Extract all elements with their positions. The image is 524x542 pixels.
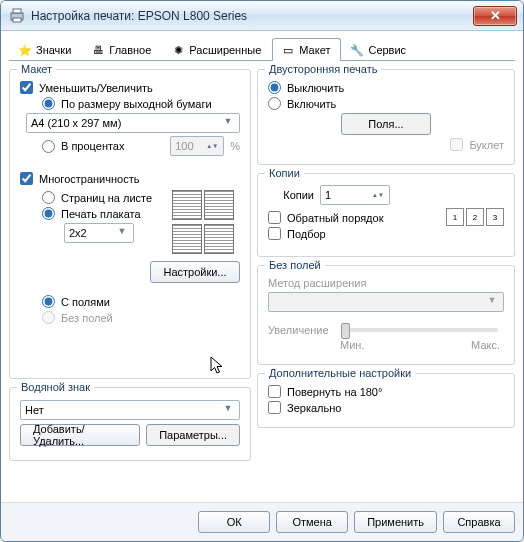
print-preferences-window: Настройка печати: EPSON L800 Series ✕ ⭐З… (0, 0, 524, 542)
rotate-180-checkbox[interactable] (268, 385, 281, 398)
tab-main[interactable]: 🖶Главное (82, 38, 162, 61)
poster-size-select[interactable]: 2x2▼ (64, 223, 134, 243)
collate-label: Подбор (287, 228, 326, 240)
gear-icon: ✺ (171, 43, 185, 57)
spinner-arrows-icon: ▲▼ (371, 192, 385, 198)
spinner-arrows-icon: ▲▼ (205, 143, 219, 149)
copies-spinner[interactable]: 1▲▼ (320, 185, 390, 205)
ok-button[interactable]: ОК (198, 511, 270, 533)
tab-layout[interactable]: ▭Макет (272, 38, 341, 61)
percent-spinner: 100▲▼ (170, 136, 224, 156)
pages-per-sheet-label: Страниц на листе (61, 192, 152, 204)
without-margins-label: Без полей (61, 312, 113, 324)
group-layout: Макет Уменьшить/Увеличить По размеру вых… (9, 69, 251, 379)
svg-rect-1 (13, 9, 21, 13)
multipage-label: Многостраничность (39, 173, 139, 185)
reduce-enlarge-label: Уменьшить/Увеличить (39, 82, 153, 94)
chevron-down-icon: ▼ (485, 295, 499, 309)
group-watermark-legend: Водяной знак (17, 381, 94, 393)
with-margins-radio[interactable] (42, 295, 55, 308)
collate-preview: 1 2 3 (446, 208, 504, 226)
group-borderless-legend: Без полей (265, 259, 325, 271)
wrench-icon: 🔧 (350, 43, 364, 57)
star-icon: ⭐ (18, 43, 32, 57)
rotate-180-label: Повернуть на 180° (287, 386, 382, 398)
group-borderless: Без полей Метод расширения ▼ Увеличение … (257, 265, 515, 365)
poster-radio[interactable] (42, 207, 55, 220)
duplex-off-radio[interactable] (268, 81, 281, 94)
duplex-margins-button: Поля... (341, 113, 431, 135)
duplex-off-label: Выключить (287, 82, 344, 94)
titlebar[interactable]: Настройка печати: EPSON L800 Series ✕ (1, 1, 523, 31)
paper-size-select[interactable]: A4 (210 x 297 мм)▼ (26, 113, 240, 133)
watermark-params-button: Параметры... (146, 424, 240, 446)
tab-service[interactable]: 🔧Сервис (341, 38, 417, 61)
mirror-checkbox[interactable] (268, 401, 281, 414)
duplex-on-label: Включить (287, 98, 336, 110)
reduce-enlarge-checkbox[interactable] (20, 81, 33, 94)
add-remove-watermark-button[interactable]: Добавить/Удалить... (20, 424, 140, 446)
by-percent-radio[interactable] (42, 140, 55, 153)
percent-suffix: % (230, 140, 240, 152)
chevron-down-icon: ▼ (115, 226, 129, 240)
copies-label: Копии (268, 189, 314, 201)
group-watermark: Водяной знак Нет▼ Добавить/Удалить... Па… (9, 387, 251, 461)
group-copies-legend: Копии (265, 167, 304, 179)
help-button[interactable]: Справка (443, 511, 515, 533)
enlargement-label: Увеличение (268, 324, 329, 336)
min-label: Мин. (340, 339, 364, 351)
reverse-order-label: Обратный порядок (287, 212, 383, 224)
enlargement-slider (341, 328, 498, 332)
printer-icon: 🖶 (91, 43, 105, 57)
booklet-checkbox (450, 138, 463, 151)
cancel-button[interactable]: Отмена (276, 511, 348, 533)
max-label: Макс. (471, 339, 500, 351)
watermark-select[interactable]: Нет▼ (20, 400, 240, 420)
by-percent-label: В процентах (61, 140, 125, 152)
layout-settings-button[interactable]: Настройки... (150, 261, 240, 283)
without-margins-radio (42, 311, 55, 324)
window-title: Настройка печати: EPSON L800 Series (31, 9, 473, 23)
reverse-order-checkbox[interactable] (268, 211, 281, 224)
mirror-label: Зеркально (287, 402, 341, 414)
group-copies: Копии Копии 1▲▼ Обратный порядок Подбор … (257, 173, 515, 257)
group-more: Дополнительные настройки Повернуть на 18… (257, 373, 515, 428)
group-duplex: Двусторонняя печать Выключить Включить П… (257, 69, 515, 165)
close-button[interactable]: ✕ (473, 6, 517, 26)
tab-icons[interactable]: ⭐Значки (9, 38, 82, 61)
tab-bar: ⭐Значки 🖶Главное ✺Расширенные ▭Макет 🔧Се… (9, 37, 515, 61)
page-icon: 2 (466, 208, 484, 226)
duplex-on-radio[interactable] (268, 97, 281, 110)
svg-rect-2 (13, 18, 21, 22)
layout-icon: ▭ (281, 43, 295, 57)
printer-icon (9, 8, 25, 24)
booklet-label: Буклет (469, 139, 504, 151)
by-output-label: По размеру выходной бумаги (61, 98, 212, 110)
page-icon: 3 (486, 208, 504, 226)
chevron-down-icon: ▼ (221, 116, 235, 130)
collate-checkbox[interactable] (268, 227, 281, 240)
group-more-legend: Дополнительные настройки (265, 367, 415, 379)
with-margins-label: С полями (61, 296, 110, 308)
poster-label: Печать плаката (61, 208, 141, 220)
apply-button[interactable]: Применить (354, 511, 437, 533)
multipage-checkbox[interactable] (20, 172, 33, 185)
expansion-method-select: ▼ (268, 292, 504, 312)
poster-preview (170, 188, 240, 258)
pages-per-sheet-radio[interactable] (42, 191, 55, 204)
expansion-method-label: Метод расширения (268, 277, 366, 289)
by-output-radio[interactable] (42, 97, 55, 110)
group-duplex-legend: Двусторонняя печать (265, 63, 381, 75)
chevron-down-icon: ▼ (221, 403, 235, 417)
tab-advanced[interactable]: ✺Расширенные (162, 38, 272, 61)
dialog-footer: ОК Отмена Применить Справка (1, 502, 523, 541)
group-layout-legend: Макет (17, 63, 56, 75)
page-icon: 1 (446, 208, 464, 226)
